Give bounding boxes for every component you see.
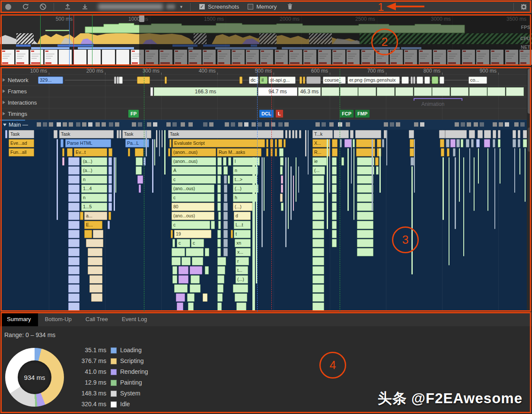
flame-block[interactable]: t bbox=[234, 230, 251, 238]
flame-sliver[interactable] bbox=[514, 148, 515, 193]
frame[interactable] bbox=[506, 87, 524, 96]
filmstrip-screenshot[interactable] bbox=[88, 50, 101, 65]
flame-block[interactable] bbox=[281, 175, 283, 184]
flame-block[interactable] bbox=[217, 248, 221, 256]
filmstrip-screenshot[interactable] bbox=[30, 50, 43, 65]
flame-block[interactable] bbox=[68, 157, 80, 166]
flame-block[interactable] bbox=[453, 148, 456, 156]
flame-block[interactable]: c bbox=[177, 239, 190, 247]
frame[interactable]: 166.3 ms bbox=[154, 87, 257, 96]
flame-block[interactable] bbox=[192, 257, 203, 265]
flame-block[interactable] bbox=[478, 130, 483, 138]
flame-scrollbar[interactable] bbox=[527, 67, 532, 312]
flame-sliver[interactable] bbox=[449, 157, 449, 265]
flame-sliver[interactable] bbox=[347, 148, 349, 211]
flame-block[interactable]: (a...) bbox=[81, 157, 107, 166]
flame-block[interactable] bbox=[355, 130, 381, 138]
flame-block[interactable]: Task bbox=[59, 130, 114, 138]
flame-block[interactable] bbox=[332, 148, 338, 156]
flame-block[interactable] bbox=[117, 130, 119, 138]
track-main-header[interactable]: Main — bbox=[0, 120, 532, 130]
frame[interactable] bbox=[322, 87, 339, 96]
flame-block[interactable] bbox=[68, 248, 80, 256]
flame-block[interactable] bbox=[54, 130, 57, 138]
flame-block[interactable]: (anon...ous) bbox=[172, 148, 216, 156]
flame-block[interactable] bbox=[191, 275, 200, 283]
flame-block[interactable] bbox=[446, 139, 449, 147]
filmstrip-screenshot[interactable] bbox=[16, 50, 29, 65]
flame-block[interactable]: Evaluate Script bbox=[172, 139, 265, 147]
flame-sliver[interactable] bbox=[469, 148, 470, 193]
filmstrip-screenshot[interactable] bbox=[116, 50, 129, 65]
flame-block[interactable] bbox=[410, 139, 414, 147]
flame-block[interactable] bbox=[217, 275, 224, 283]
flame-block[interactable] bbox=[217, 157, 222, 166]
flame-sliver[interactable] bbox=[305, 130, 306, 156]
flame-sliver[interactable] bbox=[57, 139, 58, 220]
flame-block[interactable] bbox=[280, 194, 283, 202]
frame[interactable] bbox=[150, 87, 153, 96]
flame-block[interactable] bbox=[88, 248, 102, 256]
flame-block[interactable] bbox=[188, 303, 194, 311]
scrollbar-thumb[interactable] bbox=[528, 127, 531, 152]
timing-badge-l[interactable]: L bbox=[276, 110, 283, 118]
reload-icon[interactable] bbox=[22, 3, 29, 11]
flame-block[interactable] bbox=[108, 185, 112, 193]
flame-block[interactable] bbox=[217, 175, 221, 184]
flame-block[interactable] bbox=[357, 221, 373, 229]
flame-block[interactable] bbox=[218, 221, 221, 229]
flame-block[interactable] bbox=[312, 203, 324, 211]
flame-block[interactable] bbox=[67, 148, 73, 156]
flame-block[interactable] bbox=[312, 185, 324, 193]
flame-sliver[interactable] bbox=[494, 148, 495, 229]
flame-block[interactable] bbox=[178, 266, 188, 274]
flame-block[interactable]: r bbox=[236, 257, 249, 265]
flame-block[interactable] bbox=[493, 130, 496, 138]
flame-block[interactable] bbox=[223, 248, 228, 256]
flame-block[interactable] bbox=[312, 257, 324, 265]
flame-block[interactable] bbox=[332, 166, 337, 175]
flame-block[interactable] bbox=[350, 130, 354, 138]
flame-sliver[interactable] bbox=[164, 130, 166, 175]
flame-block[interactable] bbox=[341, 157, 344, 166]
flame-block[interactable] bbox=[312, 275, 324, 283]
flame-block[interactable]: 1...5 bbox=[81, 203, 107, 211]
flame-block[interactable] bbox=[353, 139, 355, 147]
flame-block[interactable] bbox=[498, 139, 500, 147]
flame-block[interactable] bbox=[224, 185, 227, 193]
flame-sliver[interactable] bbox=[455, 157, 456, 229]
flame-block[interactable]: Task bbox=[168, 130, 284, 138]
network-request[interactable]: il bbox=[260, 76, 268, 84]
flame-block[interactable] bbox=[484, 130, 491, 138]
flame-block[interactable] bbox=[332, 194, 337, 202]
screenshots-checkbox[interactable]: ✓ bbox=[199, 4, 205, 10]
flame-block[interactable] bbox=[228, 175, 230, 184]
history-dropdown-blurred[interactable] bbox=[98, 4, 163, 10]
flame-block[interactable] bbox=[68, 275, 80, 283]
flame-block[interactable] bbox=[334, 130, 349, 138]
flame-block[interactable] bbox=[68, 284, 80, 293]
flame-block[interactable]: (ano...ous) bbox=[172, 185, 214, 193]
flame-block[interactable]: (...) bbox=[236, 275, 248, 283]
flame-block[interactable]: (ano...ous) bbox=[172, 212, 214, 220]
flame-block[interactable] bbox=[187, 293, 194, 302]
flame-sliver[interactable] bbox=[152, 139, 153, 193]
network-request[interactable] bbox=[401, 76, 409, 84]
flame-block[interactable] bbox=[205, 266, 209, 274]
garbage-collect-icon[interactable] bbox=[286, 3, 294, 11]
flame-block[interactable] bbox=[217, 230, 221, 238]
flame-block[interactable]: n bbox=[81, 194, 107, 202]
flame-sliver[interactable] bbox=[154, 139, 155, 166]
flame-block[interactable] bbox=[357, 212, 373, 220]
flame-sliver[interactable] bbox=[264, 157, 264, 211]
frame[interactable] bbox=[358, 87, 376, 96]
flame-block[interactable] bbox=[89, 284, 102, 293]
flame-sliver[interactable] bbox=[354, 148, 354, 220]
flame-sliver[interactable] bbox=[290, 166, 292, 220]
flame-block[interactable] bbox=[217, 266, 225, 274]
timing-badge-fp[interactable]: FP bbox=[128, 110, 139, 118]
flame-block[interactable] bbox=[174, 284, 188, 293]
timing-badge-fcp[interactable]: FCP bbox=[340, 110, 354, 118]
flame-sliver[interactable] bbox=[308, 130, 309, 175]
flame-block[interactable] bbox=[445, 130, 467, 138]
